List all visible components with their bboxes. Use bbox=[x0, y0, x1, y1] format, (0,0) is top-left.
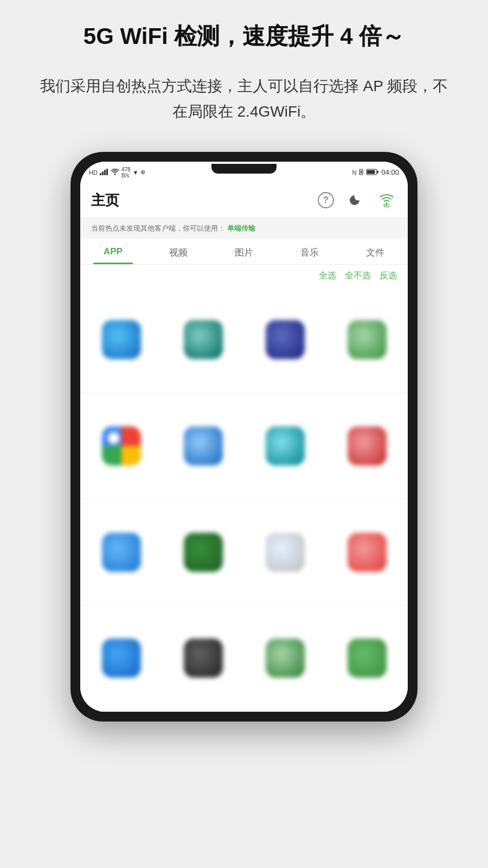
list-item[interactable] bbox=[162, 605, 244, 712]
tab-bar: APP 视频 图片 音乐 文件 bbox=[80, 239, 408, 265]
svg-rect-1 bbox=[102, 171, 104, 175]
select-all-btn[interactable]: 全选 bbox=[319, 270, 336, 282]
list-item[interactable] bbox=[326, 287, 408, 393]
list-item[interactable] bbox=[244, 605, 326, 712]
app-icon bbox=[266, 639, 305, 678]
list-item[interactable] bbox=[326, 605, 408, 712]
list-item[interactable] bbox=[80, 499, 162, 605]
svg-rect-5 bbox=[361, 170, 362, 174]
phone-notch bbox=[211, 164, 277, 174]
help-icon[interactable]: ? bbox=[316, 190, 336, 210]
app-title: 主页 bbox=[91, 191, 119, 210]
battery-icon bbox=[366, 169, 379, 176]
app-icon bbox=[348, 639, 387, 678]
speed-indicator: 478B/s bbox=[121, 167, 131, 178]
notice-link[interactable]: 单端传输 bbox=[227, 224, 255, 233]
header-icons: ? bbox=[316, 190, 397, 210]
notice-text: 当前热点未发现其他客户端，你可以使用： bbox=[91, 224, 225, 233]
list-item[interactable] bbox=[244, 287, 326, 393]
app-icon bbox=[102, 320, 141, 359]
app-icon bbox=[102, 533, 141, 572]
list-item[interactable] bbox=[162, 393, 244, 500]
invert-btn[interactable]: 反选 bbox=[380, 270, 397, 282]
svg-rect-3 bbox=[106, 169, 108, 175]
app-icon bbox=[266, 426, 305, 465]
svg-rect-7 bbox=[377, 171, 378, 173]
selection-bar: 全选 全不选 反选 bbox=[80, 265, 408, 287]
headline: 5G WiFi 检测，速度提升 4 倍～ bbox=[51, 22, 437, 52]
phone-screen: HD bbox=[80, 162, 408, 712]
subtext: 我们采用自创热点方式连接，主人可以自行选择 AP 频段，不在局限在 2.4GWi… bbox=[0, 73, 488, 125]
list-item[interactable] bbox=[326, 499, 408, 605]
app-icon bbox=[348, 320, 387, 359]
list-item[interactable] bbox=[244, 393, 326, 500]
tab-music[interactable]: 音乐 bbox=[277, 239, 342, 264]
tab-photo[interactable]: 图片 bbox=[211, 239, 277, 264]
app-icon bbox=[184, 320, 223, 359]
page-wrapper: 5G WiFi 检测，速度提升 4 倍～ 我们采用自创热点方式连接，主人可以自行… bbox=[0, 0, 488, 868]
status-right: N 04:00 bbox=[352, 168, 400, 176]
list-item[interactable] bbox=[326, 393, 408, 500]
wifi-5g-icon[interactable]: 5G bbox=[376, 190, 397, 210]
wifi-indicator bbox=[111, 169, 119, 176]
app-icon bbox=[348, 426, 387, 465]
app-icon bbox=[102, 639, 141, 678]
list-item[interactable] bbox=[162, 287, 244, 393]
app-icon bbox=[348, 533, 387, 572]
tab-app[interactable]: APP bbox=[80, 239, 146, 264]
app-icon bbox=[184, 639, 223, 678]
list-item[interactable] bbox=[80, 287, 162, 393]
app-icon bbox=[266, 320, 305, 359]
vib-icon bbox=[358, 169, 364, 176]
list-item[interactable] bbox=[244, 499, 326, 605]
svg-rect-2 bbox=[104, 170, 106, 175]
svg-text:5G: 5G bbox=[383, 203, 390, 207]
usb-icon: ⊕ bbox=[140, 169, 145, 176]
tab-file[interactable]: 文件 bbox=[342, 239, 408, 264]
svg-rect-8 bbox=[367, 170, 375, 174]
status-left: HD bbox=[89, 167, 145, 178]
list-item[interactable] bbox=[162, 499, 244, 605]
moon-icon[interactable] bbox=[346, 190, 367, 210]
app-icon bbox=[102, 426, 141, 465]
time: 04:00 bbox=[381, 168, 399, 176]
app-header: 主页 ? bbox=[80, 183, 408, 218]
deselect-all-btn[interactable]: 全不选 bbox=[345, 270, 371, 282]
notice-bar: 当前热点未发现其他客户端，你可以使用： 单端传输 bbox=[80, 218, 408, 239]
app-grid bbox=[80, 287, 408, 712]
app-icon bbox=[266, 533, 305, 572]
app-icon bbox=[184, 426, 223, 465]
list-item[interactable] bbox=[80, 393, 162, 500]
signal-bars bbox=[100, 169, 108, 176]
tab-video[interactable]: 视频 bbox=[146, 239, 211, 264]
hd-indicator: HD bbox=[89, 169, 98, 176]
nav-icon: ▼ bbox=[133, 169, 139, 176]
phone-mockup: HD bbox=[70, 152, 418, 722]
nfc-icon: N bbox=[352, 169, 357, 176]
app-icon bbox=[184, 533, 223, 572]
list-item[interactable] bbox=[80, 605, 162, 712]
svg-text:?: ? bbox=[323, 195, 329, 205]
svg-rect-0 bbox=[100, 173, 101, 175]
